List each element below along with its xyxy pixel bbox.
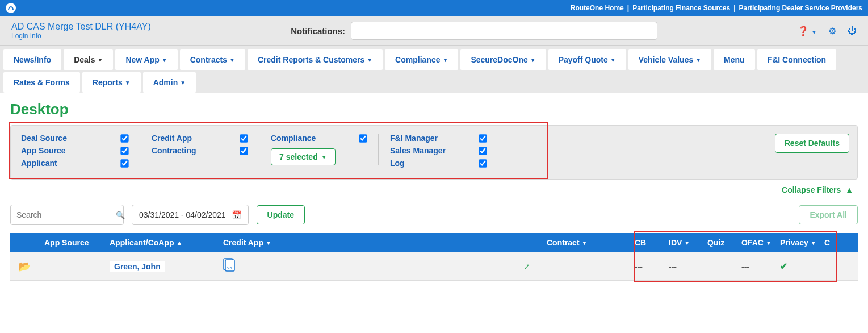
filter-log-label: Log (390, 159, 405, 168)
date-range-value: 03/31/2021 - 04/02/2021 (139, 210, 226, 219)
sort-asc-icon: ▲ (177, 239, 183, 246)
th-cb[interactable]: CB (629, 238, 663, 247)
th-app-source[interactable]: App Source (39, 238, 104, 247)
th-quiz[interactable]: Quiz (702, 238, 736, 247)
expand-icon[interactable]: ⤢ (523, 262, 530, 271)
action-row: 🔍 03/31/2021 - 04/02/2021 📅 Update Expor… (10, 205, 858, 225)
nav-compliance[interactable]: Compliance▼ (385, 49, 458, 70)
collapse-filters-toggle[interactable]: Collapse Filters ▲ (10, 185, 858, 194)
folder-icon[interactable]: 📂 (18, 260, 31, 273)
help-icon[interactable]: ❓ ▼ (798, 26, 817, 36)
filter-deal-source-label: Deal Source (21, 134, 67, 143)
power-icon[interactable]: ⏻ (848, 26, 857, 36)
filter-compliance-label: Compliance (271, 134, 316, 143)
nav-fi-connection[interactable]: F&I Connection (757, 49, 836, 70)
nav-new-app[interactable]: New App▼ (115, 49, 177, 70)
svg-rect-1 (225, 260, 234, 271)
nav-deals[interactable]: Deals▼ (64, 49, 113, 70)
filter-credit-app-checkbox[interactable] (240, 134, 248, 142)
chevron-up-icon: ▲ (845, 185, 853, 194)
privacy-check-icon: ✔ (780, 261, 787, 272)
page-title: Desktop (10, 101, 858, 118)
table-row: 📂 Green, John APP ⤢ --- --- --- ✔ (10, 252, 858, 281)
date-range-picker[interactable]: 03/31/2021 - 04/02/2021 📅 (132, 205, 249, 225)
filter-app-source-label: App Source (21, 146, 66, 155)
th-c[interactable]: C (819, 238, 830, 247)
applicant-link[interactable]: Green, John (110, 261, 165, 272)
svg-text:APP: APP (227, 266, 233, 269)
nav-credit-reports[interactable]: Credit Reports & Customers▼ (248, 49, 383, 70)
filter-log-checkbox[interactable] (479, 159, 487, 167)
nav-securedocone[interactable]: SecureDocOne▼ (460, 49, 546, 70)
filter-sales-manager-label: Sales Manager (390, 146, 446, 155)
search-icon[interactable]: 🔍 (116, 211, 125, 219)
nav-reports[interactable]: Reports▼ (82, 72, 141, 93)
update-button[interactable]: Update (257, 205, 305, 224)
idv-value: --- (669, 262, 677, 271)
filter-credit-app-label: Credit App (152, 134, 192, 143)
search-box[interactable]: 🔍 (10, 205, 124, 225)
th-credit-app[interactable]: Credit App▼ (217, 238, 513, 247)
link-routeone-home[interactable]: RouteOne Home (571, 4, 624, 12)
logo-icon (6, 3, 16, 13)
filter-contracting-label: Contracting (152, 146, 196, 155)
filter-contracting-checkbox[interactable] (240, 147, 248, 155)
header-strip: AD CAS Merge Test DLR (YH4AY) Login Info… (0, 16, 868, 46)
th-ofac[interactable]: OFAC▼ (736, 238, 774, 247)
filter-deal-source-checkbox[interactable] (120, 134, 128, 142)
search-input[interactable] (16, 210, 116, 219)
credit-app-doc-icon[interactable]: APP (223, 258, 236, 274)
th-applicant[interactable]: Applicant/CoApp▲ (104, 238, 217, 247)
ofac-value: --- (741, 262, 749, 271)
table-header: App Source Applicant/CoApp▲ Credit App▼ … (10, 233, 858, 252)
gear-icon[interactable]: ⚙ (828, 26, 836, 36)
filter-fi-manager-label: F&I Manager (390, 134, 438, 143)
filter-app-source-checkbox[interactable] (120, 147, 128, 155)
filter-fi-manager-checkbox[interactable] (479, 134, 487, 142)
th-contract[interactable]: Contract▼ (541, 238, 629, 247)
nav-contracts[interactable]: Contracts▼ (180, 49, 245, 70)
nav-vehicle-values[interactable]: Vehicle Values▼ (628, 49, 711, 70)
nav-bar: News/Info Deals▼ New App▼ Contracts▼ Cre… (0, 46, 868, 93)
nav-admin[interactable]: Admin▼ (143, 72, 196, 93)
filter-compliance-checkbox[interactable] (359, 134, 367, 142)
login-info-link[interactable]: Login Info (11, 32, 151, 40)
filter-panel: Deal Source App Source Applicant Credit … (10, 125, 858, 180)
nav-menu[interactable]: Menu (714, 49, 755, 70)
th-idv[interactable]: IDV▼ (663, 238, 702, 247)
filter-applicant-checkbox[interactable] (120, 159, 128, 167)
compliance-select-dropdown[interactable]: 7 selected▼ (271, 148, 336, 165)
top-bar-links: RouteOne Home | Participating Finance So… (571, 4, 862, 12)
nav-news-info[interactable]: News/Info (3, 49, 61, 70)
calendar-icon: 📅 (232, 210, 241, 219)
notifications-input[interactable] (351, 22, 657, 40)
link-dealer-providers[interactable]: Participating Dealer Service Providers (739, 4, 862, 12)
cb-value: --- (635, 262, 643, 271)
nav-rates-forms[interactable]: Rates & Forms (3, 72, 80, 93)
notifications-label: Notifications: (291, 26, 345, 36)
reset-defaults-button[interactable]: Reset Defaults (775, 134, 849, 153)
filter-applicant-label: Applicant (21, 159, 57, 168)
nav-payoff-quote[interactable]: Payoff Quote▼ (548, 49, 626, 70)
th-privacy[interactable]: Privacy▼ (774, 238, 819, 247)
export-all-button[interactable]: Export All (799, 205, 858, 224)
link-finance-sources[interactable]: Participating Finance Sources (632, 4, 730, 12)
top-bar: RouteOne Home | Participating Finance So… (0, 0, 868, 16)
dealer-name: AD CAS Merge Test DLR (YH4AY) (11, 22, 151, 32)
filter-sales-manager-checkbox[interactable] (479, 147, 487, 155)
